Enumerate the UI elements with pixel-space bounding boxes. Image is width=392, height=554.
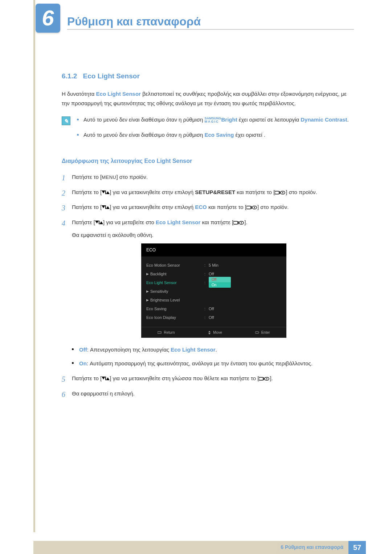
osd-move: Move — [208, 329, 222, 336]
chevron-right-icon: ▶ — [146, 297, 149, 303]
osd-row: Eco Icon Display : Off — [146, 313, 281, 322]
chapter-title: Ρύθμιση και επαναφορά — [67, 12, 201, 31]
note-icon: ✎ — [62, 116, 70, 125]
option-descriptions: Off: Απενεργοποίηση της λειτουργίας Eco … — [72, 345, 356, 368]
chevron-right-icon: ▶ — [146, 289, 149, 294]
chapter-header: 6 Ρύθμιση και επαναφορά — [0, 0, 392, 44]
page-number: 57 — [348, 541, 366, 554]
svg-marker-23 — [208, 333, 211, 335]
step-3: Πατήστε το [] για να μετακινηθείτε στην … — [62, 202, 356, 212]
svg-rect-15 — [99, 221, 99, 224]
svg-marker-9 — [106, 206, 110, 209]
footer-chapter-text: 6 Ρύθμιση και επαναφορά — [33, 541, 348, 554]
svg-rect-28 — [259, 377, 263, 380]
step-1: Πατήστε το [MENU] στο προϊόν. — [62, 172, 356, 182]
note-text: έχει οριστεί . — [235, 132, 265, 138]
on-description: On: Αυτόματη προσαρμογή της φωτεινότητας… — [72, 359, 356, 368]
osd-screenshot: ECO Eco Motion Sensor : 5 Min ▶Backlight… — [141, 243, 286, 338]
step-4: Πατήστε [] για να μεταβείτε στο Eco Ligh… — [62, 218, 356, 368]
enter-icon — [259, 377, 270, 381]
osd-row: Eco Motion Sensor : 5 Min — [146, 261, 281, 270]
svg-marker-16 — [99, 221, 103, 224]
svg-marker-0 — [102, 190, 105, 193]
section-number: 6.1.2 — [62, 72, 77, 80]
osd-option-off: Off — [209, 277, 231, 282]
page-footer: 6 Ρύθμιση και επαναφορά 57 — [0, 541, 392, 554]
enter-icon — [255, 331, 260, 334]
osd-option-on: On — [209, 282, 231, 288]
note-text: έχει οριστεί σε λειτουργία — [239, 116, 301, 123]
eco-light-sensor-label: Eco Light Sensor — [156, 219, 200, 225]
off-description: Off: Απενεργοποίηση της λειτουργίας Eco … — [72, 345, 356, 354]
svg-rect-17 — [233, 221, 238, 224]
osd-title: ECO — [141, 243, 286, 257]
section-heading: 6.1.2 Eco Light Sensor — [62, 69, 356, 83]
eco-label: ECO — [195, 204, 207, 210]
note-text: . — [347, 116, 349, 123]
step-6: Θα εφαρμοστεί η επιλογή. — [62, 389, 356, 398]
svg-marker-25 — [102, 377, 105, 379]
svg-marker-7 — [102, 205, 105, 208]
chapter-number-tab: 6 — [36, 4, 60, 33]
menu-button-label: MENU — [102, 175, 116, 180]
section-intro: Η δυνατότητα Eco Light Sensor βελτιστοπο… — [62, 89, 356, 108]
down-up-icon — [102, 377, 110, 381]
steps-list: Πατήστε το [MENU] στο προϊόν. Πατήστε το… — [62, 172, 356, 398]
osd-return: Return — [158, 329, 175, 336]
svg-rect-3 — [275, 191, 279, 194]
chapter-underline — [67, 29, 354, 30]
note-item-1: Αυτό το μενού δεν είναι διαθέσιμο όταν η… — [77, 115, 349, 124]
step-5: Πατήστε το [] για να μετακινηθείτε στη γ… — [62, 374, 356, 383]
step-4-substep: Θα εμφανιστεί η ακόλουθη οθόνη. — [72, 230, 356, 240]
svg-marker-27 — [106, 377, 110, 380]
osd-row-active: Eco Light Sensor : Off On — [146, 278, 281, 287]
svg-point-20 — [241, 222, 242, 223]
osd-enter: Enter — [255, 329, 270, 336]
bright-label: Bright — [221, 116, 237, 123]
osd-row: Eco Saving : Off — [146, 304, 281, 313]
svg-rect-21 — [158, 332, 161, 333]
svg-rect-1 — [105, 190, 106, 194]
svg-marker-22 — [208, 331, 211, 332]
svg-rect-26 — [105, 377, 106, 380]
svg-rect-10 — [246, 206, 251, 209]
osd-footer: Return Move Enter — [141, 327, 286, 338]
osd-row: ▶Brightness Level — [146, 296, 281, 304]
osd-body: Eco Motion Sensor : 5 Min ▶Backlight : O… — [141, 257, 286, 327]
note-list: Αυτό το μενού δεν είναι διαθέσιμο όταν η… — [77, 115, 349, 145]
down-up-icon — [95, 221, 103, 225]
dynamic-contrast-label: Dynamic Contrast — [301, 116, 347, 123]
section-title: Eco Light Sensor — [83, 72, 140, 80]
eco-saving-label: Eco Saving — [204, 132, 234, 138]
enter-icon — [275, 190, 286, 195]
content-area: 6.1.2 Eco Light Sensor Η δυνατότητα Eco … — [0, 44, 392, 398]
move-icon — [208, 331, 211, 335]
feature-name: Eco Light Sensor — [96, 91, 141, 97]
down-up-icon — [102, 205, 110, 210]
svg-rect-24 — [255, 332, 259, 333]
enter-icon — [246, 205, 257, 210]
setup-reset-label: SETUP&RESET — [195, 189, 235, 195]
step-2: Πατήστε το [] για να μετακινηθείτε στην … — [62, 188, 356, 197]
svg-point-31 — [266, 378, 268, 379]
svg-marker-14 — [95, 221, 99, 223]
note-text: Αυτό το μενού δεν είναι διαθέσιμο όταν η… — [83, 116, 204, 123]
down-up-icon — [102, 190, 110, 195]
enter-icon — [233, 221, 244, 225]
note-text: Αυτό το μενού δεν είναι διαθέσιμο όταν η… — [83, 132, 204, 138]
svg-rect-8 — [105, 205, 106, 209]
samsung-magic-logo: SAMSUNGMAGIC — [204, 117, 221, 123]
note-item-2: Αυτό το μενού δεν είναι διαθέσιμο όταν η… — [77, 130, 349, 140]
svg-point-13 — [254, 207, 255, 208]
left-margin-bar — [33, 0, 35, 532]
chevron-right-icon: ▶ — [146, 271, 149, 277]
osd-option-box: Off On — [209, 277, 231, 288]
svg-point-6 — [282, 192, 283, 193]
svg-marker-2 — [106, 191, 110, 194]
return-icon — [158, 331, 162, 334]
subsection-title: Διαμόρφωση της λειτουργίας Eco Light Sen… — [62, 156, 356, 166]
note-block: ✎ Αυτό το μενού δεν είναι διαθέσιμο όταν… — [62, 115, 356, 145]
